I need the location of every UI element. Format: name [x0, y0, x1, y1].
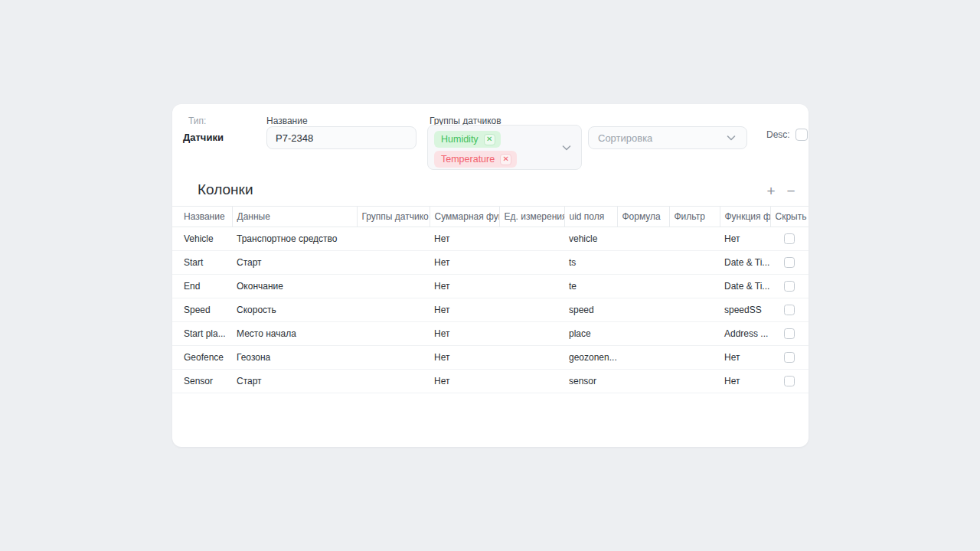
remove-column-button[interactable]: −	[782, 182, 800, 201]
header-format-function: Функция фо	[720, 207, 770, 227]
name-input[interactable]	[266, 126, 416, 149]
cell-sum-function: Нет	[430, 298, 499, 322]
cell-format-function: Date & Ti...	[720, 275, 770, 298]
cell-filter	[669, 298, 720, 322]
cell-format-function: Date & Ti...	[720, 251, 770, 275]
cell-hide	[770, 370, 808, 393]
cell-unit	[499, 322, 564, 346]
sensor-groups-multiselect[interactable]: Humidity ✕ Temperature ✕	[427, 125, 582, 170]
report-settings-panel: Тип: Датчики Название Группы датчиков Hu…	[172, 104, 808, 447]
hide-checkbox[interactable]	[784, 376, 795, 386]
cell-format-function: Нет	[720, 346, 770, 370]
cell-name: Vehicle	[172, 227, 232, 251]
cell-formula	[617, 322, 669, 346]
cell-hide	[770, 346, 808, 370]
cell-name: Speed	[172, 298, 232, 322]
chevron-down-icon	[560, 142, 573, 154]
cell-name: Start pla...	[172, 322, 232, 346]
header-data: Данные	[232, 207, 357, 227]
cell-format-function: Нет	[720, 227, 770, 251]
table-row: Start Старт Нет ts Date & Ti...	[172, 251, 808, 275]
cell-data: Транспортное средство	[232, 227, 357, 251]
name-label: Название	[266, 116, 308, 126]
cell-filter	[669, 370, 720, 393]
sort-select[interactable]: Сортировка	[588, 126, 747, 149]
table-body: Vehicle Транспортное средство Нет vehicl…	[172, 227, 808, 393]
cell-formula	[617, 275, 669, 298]
desc-checkbox[interactable]	[795, 129, 808, 141]
cell-uid: vehicle	[564, 227, 617, 251]
cell-format-function: Нет	[720, 370, 770, 393]
header-uid: uid поля	[564, 207, 617, 227]
cell-sum-function: Нет	[430, 346, 499, 370]
cell-data: Старт	[232, 370, 357, 393]
cell-unit	[499, 251, 564, 275]
cell-name: Sensor	[172, 370, 232, 393]
group-tag-humidity: Humidity ✕	[434, 131, 501, 148]
cell-hide	[770, 298, 808, 322]
cell-hide	[770, 251, 808, 275]
header-hide: Скрыть	[770, 207, 808, 227]
type-value: Датчики	[183, 132, 224, 143]
header-formula: Формула	[617, 207, 669, 227]
cell-data: Окончание	[232, 275, 357, 298]
cell-data: Старт	[232, 251, 357, 275]
cell-data: Геозона	[232, 346, 357, 370]
cell-hide	[770, 227, 808, 251]
cell-sum-function: Нет	[430, 322, 499, 346]
cell-filter	[669, 346, 720, 370]
cell-unit	[499, 227, 564, 251]
header-sensor-groups: Группы датчико	[357, 207, 430, 227]
cell-name: Geofence	[172, 346, 232, 370]
cell-name: Start	[172, 251, 232, 275]
cell-sum-function: Нет	[430, 370, 499, 393]
cell-formula	[617, 227, 669, 251]
sort-placeholder: Сортировка	[598, 132, 725, 144]
cell-data: Скорость	[232, 298, 357, 322]
table-header-row: Название Данные Группы датчико Суммарная…	[172, 207, 808, 227]
group-tag-label: Humidity	[441, 134, 479, 145]
group-tag-label: Temperature	[441, 154, 495, 165]
chevron-down-icon	[725, 132, 737, 144]
cell-sum-function: Нет	[430, 275, 499, 298]
cell-uid: sensor	[564, 370, 617, 393]
cell-sensor-groups	[357, 346, 430, 370]
cell-sum-function: Нет	[430, 251, 499, 275]
cell-formula	[617, 251, 669, 275]
cell-unit	[499, 275, 564, 298]
hide-checkbox[interactable]	[784, 352, 795, 363]
cell-unit	[499, 298, 564, 322]
cell-format-function: speedSS	[720, 298, 770, 322]
header-unit: Ед. измерения	[499, 207, 564, 227]
cell-hide	[770, 275, 808, 298]
cell-uid: place	[564, 322, 617, 346]
hide-checkbox[interactable]	[784, 328, 795, 339]
hide-checkbox[interactable]	[784, 233, 795, 244]
cell-filter	[669, 322, 720, 346]
hide-checkbox[interactable]	[784, 305, 795, 315]
remove-tag-icon[interactable]: ✕	[484, 134, 495, 145]
cell-format-function: Address ...	[720, 322, 770, 346]
cell-sensor-groups	[357, 370, 430, 393]
cell-uid: speed	[564, 298, 617, 322]
cell-filter	[669, 275, 720, 298]
cell-unit	[499, 370, 564, 393]
cell-filter	[669, 227, 720, 251]
table-row: End Окончание Нет te Date & Ti...	[172, 275, 808, 298]
cell-sum-function: Нет	[430, 227, 499, 251]
header-name: Название	[172, 207, 232, 227]
cell-sensor-groups	[357, 298, 430, 322]
columns-table: Название Данные Группы датчико Суммарная…	[172, 206, 808, 393]
add-column-button[interactable]: +	[762, 182, 780, 201]
remove-tag-icon[interactable]: ✕	[500, 154, 511, 165]
hide-checkbox[interactable]	[784, 281, 795, 292]
cell-name: End	[172, 275, 232, 298]
cell-sensor-groups	[357, 227, 430, 251]
cell-sensor-groups	[357, 322, 430, 346]
type-label: Тип:	[188, 116, 206, 126]
cell-filter	[669, 251, 720, 275]
cell-formula	[617, 346, 669, 370]
cell-unit	[499, 346, 564, 370]
hide-checkbox[interactable]	[784, 257, 795, 268]
cell-uid: te	[564, 275, 617, 298]
